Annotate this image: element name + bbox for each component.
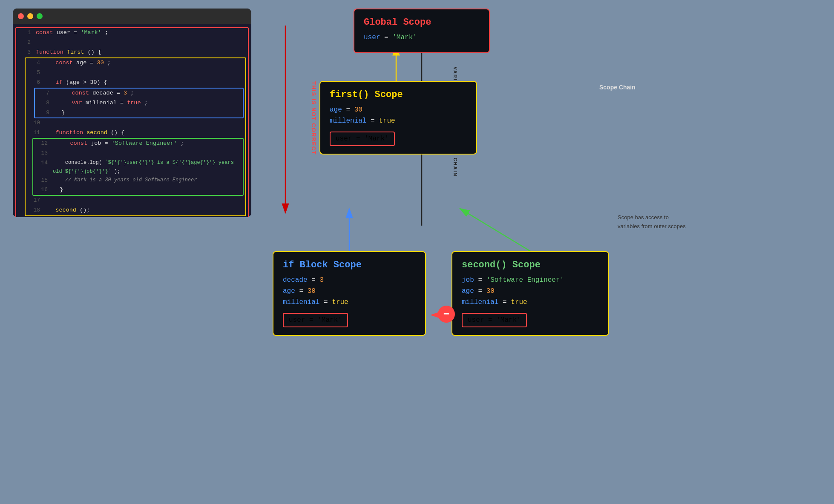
code-line-4: 4 const age = 30 ; (26, 58, 245, 68)
scope-chain-label: Scope Chain (599, 84, 636, 91)
code-line-2: 2 (16, 38, 248, 48)
global-scope-card: Global Scope user = 'Mark' (354, 9, 490, 53)
maximize-button[interactable] (37, 13, 43, 19)
svg-line-11 (460, 209, 532, 252)
code-line-6: 6 if (age > 30) { (26, 78, 245, 88)
second-scope-user-highlight: user = 'Mark' (462, 313, 527, 327)
first-scope-card: first() Scope age = 30 millenial = true … (319, 81, 477, 155)
code-line-14: 14 console.log( `${'{'}user{'}'} is a ${… (33, 158, 243, 176)
if-scope-title: if Block Scope (283, 260, 416, 270)
code-line-1: 1 const user = 'Mark' ; (16, 28, 248, 38)
code-line-17: 17 (26, 196, 245, 206)
if-scope-decade: decade = 3 (283, 276, 416, 284)
if-scope-card: if Block Scope decade = 3 age = 30 mille… (273, 251, 426, 336)
code-line-9: 9 } (35, 108, 243, 118)
second-scope-job: job = 'Software Engineer' (462, 276, 599, 284)
code-line-3: 3 function first () { (16, 48, 248, 57)
second-scope-title: second() Scope (462, 260, 599, 270)
first-scope-age: age = 30 (330, 106, 467, 114)
first-scope-title: first() Scope (330, 89, 467, 100)
minimize-button[interactable] (27, 13, 33, 19)
scope-diagram: THIS IS NOT CORRECT VARIABLE LOOKUP IN S… (264, 0, 834, 504)
code-line-12: 12 const job = 'Software Engineer' ; (33, 139, 243, 149)
code-line-8: 8 var millenial = true ; (35, 98, 243, 108)
if-scope-age: age = 30 (283, 287, 416, 295)
second-scope-age: age = 30 (462, 287, 599, 295)
if-scope-user-highlight: user = 'Mark' (283, 313, 348, 327)
code-editor: 1 const user = 'Mark' ; 2 3 function fir… (13, 9, 251, 217)
first-scope-millenial: millenial = true (330, 117, 467, 125)
close-button[interactable] (18, 13, 24, 19)
code-line-18: 18 second (); (26, 206, 245, 215)
code-line-11: 11 function second () { (26, 128, 245, 138)
code-line-16: 16 } (33, 185, 243, 195)
code-line-19: 19 } (16, 216, 248, 217)
code-body: 1 const user = 'Mark' ; 2 3 function fir… (13, 24, 251, 217)
code-line-15: 15 // Mark is a 30 years old Software En… (33, 176, 243, 185)
if-scope-millenial: millenial = true (283, 298, 416, 306)
second-scope-millenial: millenial = true (462, 298, 599, 306)
code-line-13: 13 (33, 149, 243, 158)
first-scope-user-highlight: user = 'Mark' (330, 132, 395, 146)
code-line-10: 10 (26, 118, 245, 128)
code-line-7: 7 const decade = 3 ; (35, 89, 243, 98)
not-correct-label: THIS IS NOT CORRECT (311, 81, 317, 155)
second-scope-card: second() Scope job = 'Software Engineer'… (452, 251, 609, 336)
titlebar (13, 9, 251, 24)
scope-access-annotation: Scope has access to variables from outer… (618, 213, 686, 231)
global-scope-title: Global Scope (364, 17, 480, 28)
no-access-symbol (438, 306, 455, 323)
global-scope-user: user = 'Mark' (364, 34, 480, 41)
code-line-5: 5 (26, 68, 245, 78)
